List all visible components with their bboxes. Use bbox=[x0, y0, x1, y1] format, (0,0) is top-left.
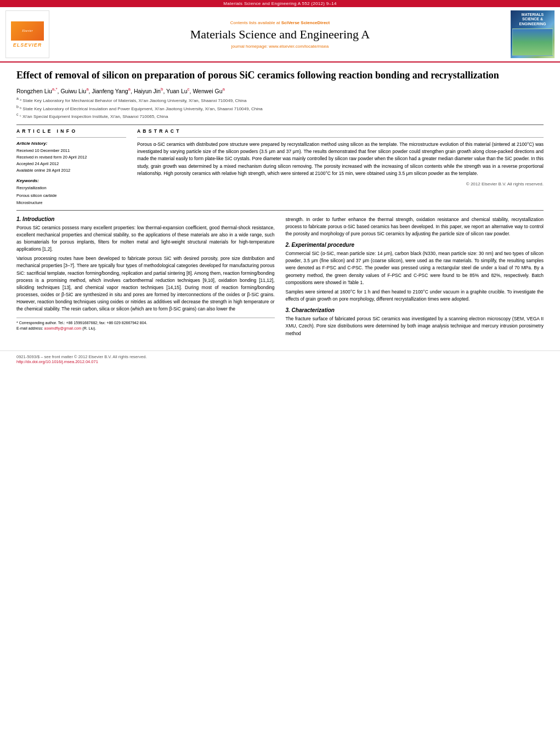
email-label: E-mail address: bbox=[16, 326, 44, 330]
journal-reference-bar: Materials Science and Engineering A 552 … bbox=[0, 0, 560, 7]
journal-title: Materials Science and Engineering A bbox=[190, 27, 370, 42]
cover-image bbox=[512, 29, 553, 56]
doi-link: http://dx.doi.org/10.1016/j.msea.2012.04… bbox=[16, 359, 544, 364]
journal-center: Contents lists available at SciVerse Sci… bbox=[54, 10, 506, 58]
section1-title: 1. Introduction bbox=[16, 216, 275, 222]
revised-date: Received in revised form 20 April 2012 bbox=[16, 154, 126, 161]
doi-text: http://dx.doi.org/10.1016/j.msea.2012.04… bbox=[16, 359, 98, 364]
received-date: Received 10 December 2011 bbox=[16, 148, 126, 154]
copyright-line: © 2012 Elsevier B.V. All rights reserved… bbox=[137, 182, 544, 186]
journal-reference-text: Materials Science and Engineering A 552 … bbox=[223, 1, 337, 6]
section2-para1: Commercial SiC (α-SiC, mean particle siz… bbox=[286, 250, 544, 286]
elsevier-brand-text: ELSEVIER bbox=[13, 42, 42, 48]
section1-para1: Porous SiC ceramics possess many excelle… bbox=[16, 224, 275, 253]
keywords-label: Keywords: bbox=[16, 178, 126, 183]
content-divider bbox=[16, 210, 544, 211]
abstract-text: Porous α-SiC ceramics with distributed p… bbox=[137, 141, 544, 177]
main-right-column: strength. In order to further enhance th… bbox=[286, 216, 544, 340]
email-person: (R. Liu). bbox=[82, 326, 96, 330]
homepage-prefix: journal homepage: bbox=[231, 44, 269, 49]
section1-para2: Various processing routes have been deve… bbox=[16, 255, 275, 313]
homepage-url: www.elsevier.com/locate/msea bbox=[269, 44, 329, 49]
authors-line: Rongzhen Liua,*, Guiwu Liua, Jianfeng Ya… bbox=[16, 87, 544, 94]
affiliation-b: b ᵇ State Key Laboratory of Electrical I… bbox=[16, 104, 544, 112]
contents-text: Contents lists available at bbox=[230, 20, 281, 25]
article-title: Effect of removal of silicon on preparat… bbox=[16, 69, 544, 82]
article-body: Effect of removal of silicon on preparat… bbox=[0, 63, 560, 348]
cover-title-text: MATERIALSSCIENCE &ENGINEERING bbox=[519, 13, 546, 26]
main-content: 1. Introduction Porous SiC ceramics poss… bbox=[16, 216, 544, 340]
footnote-email: E-mail address: aswindfly@gmail.com (R. … bbox=[16, 326, 275, 332]
abstract-divider bbox=[137, 137, 544, 138]
section1-right-para1: strength. In order to further enhance th… bbox=[286, 216, 544, 238]
keywords-section: Keywords: Recrystallization Porous silic… bbox=[16, 178, 126, 207]
article-info-header: A R T I C L E I N F O bbox=[16, 128, 126, 134]
abstract-header: A B S T R A C T bbox=[137, 128, 544, 134]
article-info-column: A R T I C L E I N F O Article history: R… bbox=[16, 128, 126, 207]
keyword-recrystallization: Recrystallization bbox=[16, 184, 126, 192]
bottom-bar: 0921-5093/$ – see front matter © 2012 El… bbox=[0, 350, 560, 367]
abstract-column: A B S T R A C T Porous α-SiC ceramics wi… bbox=[137, 128, 544, 207]
footnote-corresponding: * Corresponding author. Tel.: +86 159916… bbox=[16, 320, 275, 326]
journal-header: Elsevier ELSEVIER Contents lists availab… bbox=[0, 7, 560, 63]
affiliation-a: a ᵃ State Key Laboratory for Mechanical … bbox=[16, 96, 544, 104]
article-info-divider bbox=[16, 137, 126, 138]
accepted-date: Accepted 24 April 2012 bbox=[16, 161, 126, 167]
keyword-porous-sic: Porous silicon carbide bbox=[16, 192, 126, 200]
keyword-microstructure: Microstructure bbox=[16, 199, 126, 207]
section3-para1: The fracture surface of fabricated porou… bbox=[286, 315, 544, 337]
affiliation-c: c ᶜ Xi’an Special Equipment Inspection I… bbox=[16, 112, 544, 120]
article-info-abstract-section: A R T I C L E I N F O Article history: R… bbox=[16, 128, 544, 207]
section2-para2: Samples were sintered at 1600°C for 1 h … bbox=[286, 289, 544, 303]
online-date: Available online 28 April 2012 bbox=[16, 167, 126, 174]
section2-title: 2. Experimental procedure bbox=[286, 242, 544, 248]
issn-text: 0921-5093/$ – see front matter © 2012 El… bbox=[16, 354, 544, 359]
sciverse-brand: SciVerse ScienceDirect bbox=[281, 20, 330, 25]
footnote-area: * Corresponding author. Tel.: +86 159916… bbox=[16, 318, 275, 332]
email-address: aswindfly@gmail.com bbox=[44, 326, 82, 330]
journal-homepage: journal homepage: www.elsevier.com/locat… bbox=[231, 44, 329, 49]
article-history-label: Article history: bbox=[16, 141, 126, 146]
section3-title: 3. Characterization bbox=[286, 307, 544, 313]
sciverse-link: Contents lists available at SciVerse Sci… bbox=[230, 20, 330, 25]
header-divider bbox=[16, 125, 544, 125]
journal-cover-image: MATERIALSSCIENCE &ENGINEERING bbox=[511, 10, 555, 58]
affiliations: a ᵃ State Key Laboratory for Mechanical … bbox=[16, 96, 544, 120]
main-left-column: 1. Introduction Porous SiC ceramics poss… bbox=[16, 216, 275, 340]
elsevier-logo: Elsevier ELSEVIER bbox=[5, 10, 49, 58]
